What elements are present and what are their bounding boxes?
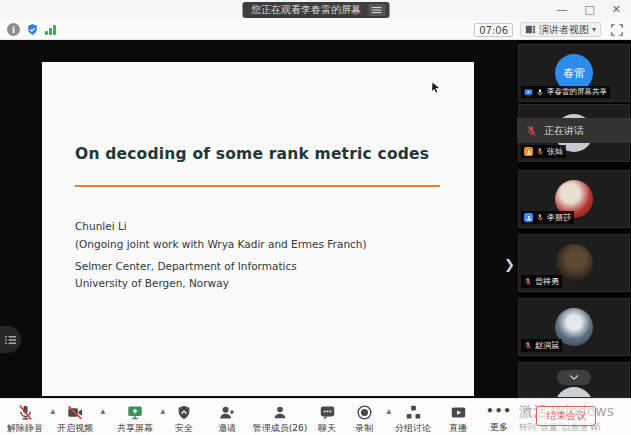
participants-sidebar: 春雷 李春雷的屏幕共享 张灿	[517, 40, 631, 398]
shield-icon	[176, 404, 192, 421]
view-mode-caret-icon: ▾	[592, 25, 596, 34]
panel-toggle-button[interactable]	[0, 326, 21, 353]
tile-name: 李春雷的屏幕共享	[547, 87, 607, 97]
tile-name-bar: 张灿	[521, 145, 566, 158]
live-stream-button[interactable]: 直播	[440, 404, 476, 435]
chat-button[interactable]: 聊天	[311, 404, 343, 435]
manage-members-button[interactable]: 管理成员(26)	[249, 404, 311, 435]
start-video-button[interactable]: 开启视频 ▲	[52, 404, 98, 435]
slide-affiliation-1: Selmer Center, Department of Informatics	[75, 260, 297, 272]
record-icon	[356, 404, 373, 421]
view-mode-button[interactable]: 演讲者视图 ▾	[520, 22, 601, 37]
close-button[interactable]: ✕	[612, 0, 621, 20]
toolbar-item-label: 邀请	[218, 422, 236, 435]
mic-off-icon	[17, 404, 34, 421]
tile-name: 张灿	[547, 146, 563, 157]
chat-icon	[319, 404, 336, 421]
mic-muted-icon	[536, 213, 544, 222]
slide-affiliation-2: University of Bergen, Norway	[75, 277, 229, 289]
shared-screen-stage: On decoding of some rank metric codes Ch…	[0, 40, 517, 398]
layout-icon	[525, 24, 536, 35]
tile-name: 李丽莎	[547, 212, 571, 223]
mic-muted-icon	[526, 125, 537, 137]
tile-name-bar: 曾祥勇	[521, 275, 562, 288]
tile-name-bar: 李春雷的屏幕共享	[521, 86, 610, 98]
collapse-sidebar-button[interactable]	[557, 370, 591, 385]
toast-arrow	[618, 124, 631, 137]
toolbar-item-label: 管理成员(26)	[253, 422, 307, 435]
toolbar-item-label: 解除静音	[7, 422, 43, 435]
security-shield-icon[interactable]	[26, 23, 39, 36]
share-screen-icon	[126, 404, 144, 421]
window-controls: — □ ✕	[556, 0, 621, 20]
security-button[interactable]: 安全	[166, 404, 202, 435]
mouse-cursor-icon	[431, 82, 440, 94]
meeting-info-icon[interactable]: i	[7, 23, 20, 36]
mic-muted-icon	[524, 341, 532, 350]
slide-title: On decoding of some rank metric codes	[75, 145, 429, 163]
more-icon: •••	[486, 404, 512, 420]
share-screen-button[interactable]: 共享屏幕 ▲	[112, 404, 158, 435]
more-button[interactable]: ••• 更多	[481, 404, 517, 434]
chevron-down-icon	[569, 374, 579, 381]
breakout-rooms-button[interactable]: 分组讨论	[390, 404, 436, 435]
video-tile[interactable]: 李丽莎	[518, 170, 630, 228]
presentation-slide: On decoding of some rank metric codes Ch…	[42, 62, 474, 396]
tile-name-bar: 李丽莎	[521, 211, 574, 224]
tile-name: 曾祥勇	[535, 276, 559, 287]
minimize-button[interactable]: —	[556, 0, 567, 20]
camera-off-icon	[66, 404, 84, 421]
toolbar-item-label: 分组讨论	[395, 422, 431, 435]
toolbar-item-label: 安全	[175, 422, 193, 435]
maximize-button[interactable]: □	[584, 0, 594, 20]
toolbar-item-label: 聊天	[318, 422, 336, 435]
view-mode-label: 演讲者视图	[539, 23, 589, 37]
members-icon	[272, 404, 288, 421]
screen-watch-banner: 您正在观看李春雷的屏幕	[242, 2, 389, 18]
video-tile-screen-share[interactable]: 春雷 李春雷的屏幕共享	[518, 44, 630, 102]
unmute-button[interactable]: 解除静音 ▲	[2, 404, 48, 435]
slide-author: Chunlei Li	[75, 220, 127, 232]
host-badge-icon	[524, 147, 533, 156]
banner-text: 您正在观看李春雷的屏幕	[251, 3, 361, 17]
toolbar-item-label: 开启视频	[57, 422, 93, 435]
video-options-caret-icon[interactable]: ▲	[100, 407, 105, 414]
mic-muted-icon	[524, 277, 532, 286]
tile-name-bar: 赵润晨	[521, 339, 562, 352]
breakout-icon	[405, 404, 422, 421]
video-tile[interactable]	[518, 362, 630, 398]
tile-name: 赵润晨	[535, 340, 559, 351]
screen-share-icon	[524, 88, 533, 97]
slide-joint-work: (Ongoing joint work with Wrya Kadir and …	[75, 238, 367, 250]
avatar	[555, 387, 593, 398]
speaking-toast-text: 正在讲话	[544, 124, 584, 138]
meeting-info-bar: i 07:06 演讲者视图 ▾	[0, 20, 631, 40]
end-meeting-button[interactable]: 结束会议	[536, 406, 596, 426]
next-page-chevron-icon[interactable]: ❯	[504, 257, 515, 272]
share-options-caret-icon[interactable]: ▲	[160, 407, 165, 414]
meeting-timer: 07:06	[474, 23, 513, 37]
toolbar-item-label: 共享屏幕	[117, 422, 153, 435]
window-titlebar: 您正在观看李春雷的屏幕 — □ ✕	[0, 0, 631, 20]
invite-icon	[218, 404, 236, 421]
invite-button[interactable]: 邀请	[207, 404, 247, 435]
meeting-window: 您正在观看李春雷的屏幕 — □ ✕ i 07:06 演讲者视图 ▾	[0, 0, 631, 435]
video-tile[interactable]: 曾祥勇	[518, 234, 630, 292]
video-tile[interactable]: 赵润晨	[518, 298, 630, 356]
mic-muted-icon	[536, 147, 544, 156]
avatar-initials: 春雷	[563, 66, 585, 81]
fullscreen-icon[interactable]	[610, 23, 624, 37]
live-icon	[450, 404, 467, 421]
mic-on-icon	[536, 88, 544, 97]
toolbar-item-label: 直播	[449, 422, 467, 435]
participant-badge-icon	[524, 213, 533, 222]
toolbar-item-label: 更多	[490, 421, 508, 434]
status-icons: i	[7, 23, 56, 36]
network-signal-icon[interactable]	[45, 24, 56, 35]
slide-divider	[75, 185, 440, 187]
record-button[interactable]: 录制 ▲	[344, 404, 384, 435]
speaking-toast: 正在讲话	[517, 118, 631, 143]
toolbar-item-label: 录制	[355, 422, 373, 435]
banner-menu-icon[interactable]	[368, 4, 385, 16]
